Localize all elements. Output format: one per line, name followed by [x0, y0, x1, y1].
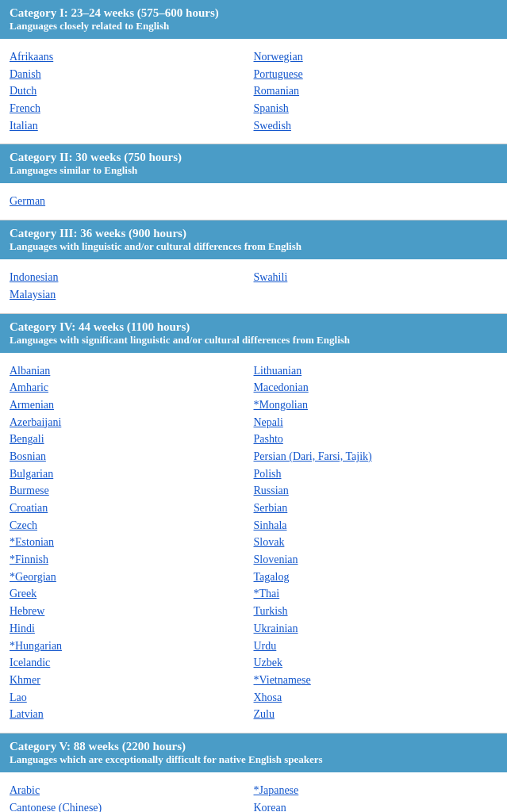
language-link[interactable]: Xhosa — [254, 689, 498, 707]
language-link[interactable]: Croatian — [10, 500, 254, 517]
language-link[interactable]: Macedonian — [254, 379, 498, 396]
category-title: Category IV: 44 weeks (1100 hours) — [10, 320, 497, 334]
language-link[interactable]: Czech — [10, 517, 254, 534]
two-col-layout: ArabicCantonese (Chinese)Mandarin (Chine… — [10, 779, 497, 812]
left-column: ArabicCantonese (Chinese)Mandarin (Chine… — [10, 779, 254, 812]
language-link[interactable]: Pashto — [254, 431, 498, 448]
language-link[interactable]: Malaysian — [10, 286, 254, 304]
language-link[interactable]: Dutch — [10, 82, 254, 100]
language-link[interactable]: Arabic — [10, 782, 254, 799]
language-link[interactable]: *Estonian — [10, 534, 254, 551]
language-link[interactable]: *Hungarian — [10, 638, 254, 655]
language-link[interactable]: Portuguese — [254, 66, 498, 83]
language-link[interactable]: *Georgian — [10, 569, 254, 586]
left-column: AlbanianAmharicArmenianAzerbaijaniBengal… — [10, 359, 254, 726]
category-body-cat5: ArabicCantonese (Chinese)Mandarin (Chine… — [0, 772, 507, 812]
language-link[interactable]: *Japanese — [254, 782, 498, 799]
language-link[interactable]: Swedish — [254, 117, 498, 135]
category-title: Category III: 36 weeks (900 hours) — [10, 227, 497, 240]
right-column: Swahili — [254, 266, 498, 306]
language-link[interactable]: Hindi — [10, 620, 254, 638]
left-column: IndonesianMalaysian — [10, 266, 254, 306]
right-column: *JapaneseKorean — [254, 779, 498, 812]
language-link[interactable]: Danish — [10, 66, 254, 83]
language-link[interactable]: Cantonese (Chinese) — [10, 799, 254, 812]
language-link[interactable]: Afrikaans — [10, 48, 254, 66]
category-subtitle: Languages closely related to English — [10, 20, 497, 33]
language-link[interactable]: Greek — [10, 585, 254, 603]
right-column: LithuanianMacedonian*MongolianNepaliPash… — [254, 359, 498, 726]
language-link[interactable]: Swahili — [254, 269, 498, 286]
language-link[interactable]: Romanian — [254, 82, 498, 100]
right-column — [254, 190, 498, 213]
category-header-cat1: Category I: 23–24 weeks (575–600 hours) … — [0, 0, 507, 39]
category-title: Category V: 88 weeks (2200 hours) — [10, 740, 497, 753]
language-link[interactable]: Armenian — [10, 396, 254, 414]
category-header-cat5: Category V: 88 weeks (2200 hours) Langua… — [0, 733, 507, 772]
language-link[interactable]: Turkish — [254, 603, 498, 620]
two-col-layout: IndonesianMalaysianSwahili — [10, 266, 497, 306]
language-link[interactable]: Albanian — [10, 362, 254, 380]
language-link[interactable]: Bosnian — [10, 448, 254, 465]
category-header-cat4: Category IV: 44 weeks (1100 hours) Langu… — [0, 314, 507, 353]
category-subtitle: Languages with significant linguistic an… — [10, 334, 497, 347]
category-header-cat3: Category III: 36 weeks (900 hours) Langu… — [0, 220, 507, 259]
language-link[interactable]: Sinhala — [254, 517, 498, 534]
category-title: Category II: 30 weeks (750 hours) — [10, 151, 497, 164]
language-link[interactable]: *Mongolian — [254, 396, 498, 414]
language-link[interactable]: Khmer — [10, 672, 254, 689]
language-link[interactable]: Zulu — [254, 706, 498, 723]
language-link[interactable]: Latvian — [10, 706, 254, 723]
two-col-layout: AlbanianAmharicArmenianAzerbaijaniBengal… — [10, 359, 497, 726]
language-link[interactable]: Slovenian — [254, 551, 498, 569]
language-link[interactable]: Persian (Dari, Farsi, Tajik) — [254, 448, 498, 465]
language-link[interactable]: Indonesian — [10, 269, 254, 286]
left-column: AfrikaansDanishDutchFrenchItalian — [10, 45, 254, 137]
main-content: Category I: 23–24 weeks (575–600 hours) … — [0, 0, 507, 812]
language-link[interactable]: *Finnish — [10, 551, 254, 569]
category-subtitle: Languages which are exceptionally diffic… — [10, 753, 497, 766]
language-link[interactable]: Ukrainian — [254, 620, 498, 638]
category-body-cat2: German — [0, 183, 507, 220]
two-col-layout: AfrikaansDanishDutchFrenchItalianNorwegi… — [10, 45, 497, 137]
language-link[interactable]: Russian — [254, 482, 498, 500]
language-link[interactable]: Serbian — [254, 500, 498, 517]
language-link[interactable]: Uzbek — [254, 654, 498, 672]
language-link[interactable]: *Thai — [254, 585, 498, 603]
language-link[interactable]: Urdu — [254, 638, 498, 655]
language-link[interactable]: Bengali — [10, 431, 254, 448]
language-link[interactable]: Lao — [10, 689, 254, 707]
language-link[interactable]: Tagalog — [254, 569, 498, 586]
language-link[interactable]: French — [10, 100, 254, 117]
language-link[interactable]: Korean — [254, 799, 498, 812]
language-link[interactable]: Slovak — [254, 534, 498, 551]
left-column: German — [10, 190, 254, 213]
category-subtitle: Languages with linguistic and/or cultura… — [10, 240, 497, 253]
language-link[interactable]: Polish — [254, 465, 498, 483]
right-column: NorwegianPortugueseRomanianSpanishSwedis… — [254, 45, 498, 137]
category-title: Category I: 23–24 weeks (575–600 hours) — [10, 6, 497, 20]
language-link[interactable]: Hebrew — [10, 603, 254, 620]
language-link[interactable]: *Vietnamese — [254, 672, 498, 689]
language-link[interactable]: Icelandic — [10, 654, 254, 672]
language-link[interactable]: Lithuanian — [254, 362, 498, 380]
category-subtitle: Languages similar to English — [10, 164, 497, 177]
language-link[interactable]: Azerbaijani — [10, 414, 254, 431]
category-body-cat1: AfrikaansDanishDutchFrenchItalianNorwegi… — [0, 39, 507, 144]
language-link[interactable]: Bulgarian — [10, 465, 254, 483]
language-link[interactable]: Norwegian — [254, 48, 498, 66]
language-link[interactable]: Italian — [10, 117, 254, 135]
category-body-cat3: IndonesianMalaysianSwahili — [0, 259, 507, 313]
category-header-cat2: Category II: 30 weeks (750 hours) Langua… — [0, 144, 507, 183]
language-link[interactable]: Spanish — [254, 100, 498, 117]
language-link[interactable]: Nepali — [254, 414, 498, 431]
language-link[interactable]: German — [10, 193, 254, 210]
two-col-layout: German — [10, 190, 497, 213]
language-link[interactable]: Burmese — [10, 482, 254, 500]
category-body-cat4: AlbanianAmharicArmenianAzerbaijaniBengal… — [0, 353, 507, 733]
language-link[interactable]: Amharic — [10, 379, 254, 396]
